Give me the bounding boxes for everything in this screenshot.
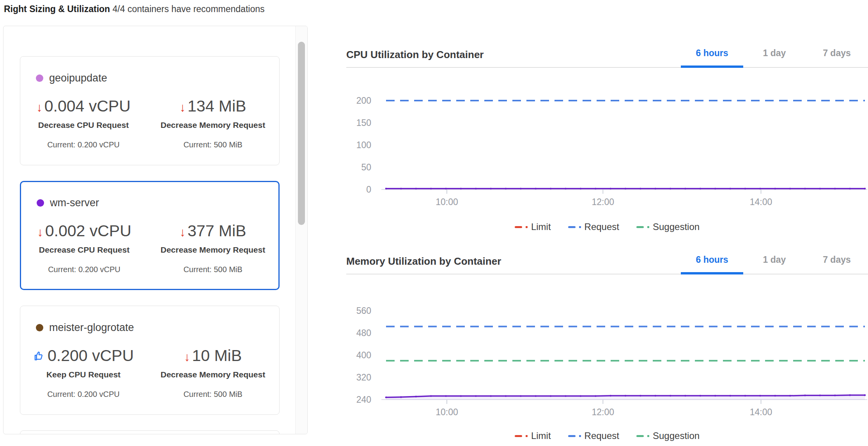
scrollbar-track[interactable] — [295, 26, 307, 434]
tab-6-hours[interactable]: 6 hours — [681, 250, 743, 274]
recommendation-value: 0.004 vCPU — [44, 97, 131, 115]
recommendation-current: Current: 0.200 vCPU — [21, 265, 147, 274]
legend-dash-icon — [636, 435, 644, 437]
legend-label: Suggestion — [653, 430, 700, 441]
legend-label: Request — [585, 221, 619, 232]
legend-dot-icon — [526, 226, 528, 228]
legend-dot-icon — [579, 435, 581, 437]
container-color-dot-icon — [36, 324, 43, 331]
container-card[interactable]: wm-server ↓ 0.002 vCPU Decrease CPU Requ… — [20, 181, 280, 290]
memory-chart-title: Memory Utilization by Container — [346, 250, 501, 274]
page-title-subtext: 4/4 containers have recommendations — [113, 4, 265, 14]
recommendation-action: Decrease Memory Request — [147, 370, 279, 379]
page-title: Right Sizing & Utilization 4/4 container… — [4, 4, 264, 14]
memory-recommendation: ↓ 134 MiB Decrease Memory Request Curren… — [147, 97, 279, 149]
container-color-dot-icon — [36, 74, 43, 82]
recommendation-current: Current: 0.200 vCPU — [20, 390, 147, 399]
page-title-bold: Right Sizing & Utilization — [4, 4, 110, 14]
container-name: geoipupdate — [49, 72, 107, 84]
arrow-down-icon: ↓ — [184, 350, 190, 364]
container-name: meister-glogrotate — [49, 322, 134, 334]
tab-7-days[interactable]: 7 days — [806, 44, 868, 68]
svg-text:480: 480 — [356, 328, 371, 338]
cpu-recommendation-value-row: ↓ 0.002 vCPU — [21, 222, 147, 240]
thumbs-up-icon — [33, 348, 45, 365]
recommendation-value: 0.002 vCPU — [45, 222, 131, 240]
container-card[interactable]: meister-glogrotate ↓ 0.200 vCPU Keep CPU… — [20, 306, 280, 415]
svg-text:240: 240 — [356, 395, 371, 405]
recommendation-action: Decrease Memory Request — [147, 120, 279, 130]
svg-text:200: 200 — [356, 96, 371, 106]
arrow-down-icon: ↓ — [36, 101, 43, 114]
scrollbar-thumb[interactable] — [298, 42, 305, 225]
svg-text:400: 400 — [356, 350, 371, 360]
container-recommendation-panel: geoipupdate ↓ 0.004 vCPU Decrease CPU Re… — [3, 26, 308, 434]
tab-6-hours[interactable]: 6 hours — [681, 44, 743, 68]
tab-1-day[interactable]: 1 day — [743, 250, 806, 274]
svg-text:10:00: 10:00 — [436, 407, 458, 417]
cpu-chart-timerange-tabs: 6 hours1 day7 days — [681, 44, 868, 67]
container-card-partial[interactable] — [20, 430, 280, 434]
svg-text:560: 560 — [356, 306, 371, 316]
svg-text:100: 100 — [356, 140, 371, 150]
legend-dash-icon — [568, 226, 576, 228]
memory-recommendation: ↓ 10 MiB Decrease Memory Request Current… — [147, 347, 279, 399]
cpu-recommendation: ↓ 0.004 vCPU Decrease CPU Request Curren… — [20, 97, 147, 149]
recommendation-current: Current: 0.200 vCPU — [20, 140, 147, 149]
recommendation-columns: ↓ 0.004 vCPU Decrease CPU Request Curren… — [20, 97, 279, 149]
memory-recommendation-value-row: ↓ 134 MiB — [147, 97, 279, 115]
svg-text:12:00: 12:00 — [592, 407, 615, 417]
legend-dash-icon — [515, 435, 522, 437]
cpu-chart-legend: LimitRequestSuggestion — [346, 221, 868, 232]
legend-item-request[interactable]: Request — [568, 430, 619, 441]
legend-label: Suggestion — [653, 221, 700, 232]
recommendation-columns: ↓ 0.200 vCPU Keep CPU Request Current: 0… — [20, 347, 279, 399]
recommendation-action: Decrease CPU Request — [21, 245, 147, 255]
container-card[interactable]: geoipupdate ↓ 0.004 vCPU Decrease CPU Re… — [20, 56, 280, 165]
svg-text:10:00: 10:00 — [436, 197, 458, 207]
cpu-recommendation: ↓ 0.200 vCPU Keep CPU Request Current: 0… — [20, 347, 147, 399]
arrow-down-icon: ↓ — [180, 226, 186, 239]
recommendation-current: Current: 500 MiB — [147, 265, 278, 274]
legend-label: Limit — [531, 430, 551, 441]
legend-item-limit[interactable]: Limit — [515, 221, 551, 232]
legend-item-limit[interactable]: Limit — [515, 430, 551, 441]
svg-text:0: 0 — [366, 184, 371, 195]
recommendation-action: Keep CPU Request — [20, 370, 147, 379]
svg-text:150: 150 — [356, 118, 371, 128]
recommendation-value: 10 MiB — [192, 347, 242, 365]
legend-dash-icon — [515, 226, 522, 228]
memory-utilization-chart: 10:0012:0014:00240320400480560 — [346, 276, 868, 425]
memory-recommendation-value-row: ↓ 10 MiB — [147, 347, 279, 365]
cpu-chart-title: CPU Utilization by Container — [346, 44, 484, 67]
legend-dot-icon — [526, 435, 528, 437]
recommendation-columns: ↓ 0.002 vCPU Decrease CPU Request Curren… — [21, 222, 278, 274]
legend-item-suggestion[interactable]: Suggestion — [636, 430, 700, 441]
legend-dot-icon — [647, 226, 649, 228]
cpu-recommendation: ↓ 0.002 vCPU Decrease CPU Request Curren… — [21, 222, 147, 274]
recommendation-value: 377 MiB — [188, 222, 246, 240]
legend-item-request[interactable]: Request — [568, 221, 619, 232]
container-card-name-row: meister-glogrotate — [20, 322, 279, 334]
container-card-name-row: geoipupdate — [20, 72, 279, 84]
memory-chart-legend: LimitRequestSuggestion — [346, 430, 868, 441]
memory-recommendation-value-row: ↓ 377 MiB — [147, 222, 278, 240]
legend-item-suggestion[interactable]: Suggestion — [636, 221, 700, 232]
svg-text:14:00: 14:00 — [750, 197, 772, 207]
tab-7-days[interactable]: 7 days — [806, 250, 868, 274]
right-sizing-page: Right Sizing & Utilization 4/4 container… — [0, 0, 868, 446]
legend-label: Limit — [531, 221, 551, 232]
tab-1-day[interactable]: 1 day — [743, 44, 806, 68]
legend-dot-icon — [579, 226, 581, 228]
container-color-dot-icon — [37, 199, 44, 207]
recommendation-action: Decrease CPU Request — [20, 120, 147, 130]
memory-chart-timerange-tabs: 6 hours1 day7 days — [681, 250, 868, 274]
memory-chart-header: Memory Utilization by Container 6 hours1… — [346, 250, 868, 274]
cpu-utilization-chart: 10:0012:0014:00050100150200 — [346, 69, 868, 218]
svg-text:50: 50 — [361, 162, 371, 172]
legend-dot-icon — [647, 435, 649, 437]
arrow-down-icon: ↓ — [37, 226, 43, 239]
cpu-recommendation-value-row: ↓ 0.004 vCPU — [20, 97, 147, 115]
recommendation-current: Current: 500 MiB — [147, 140, 279, 149]
memory-recommendation: ↓ 377 MiB Decrease Memory Request Curren… — [147, 222, 278, 274]
